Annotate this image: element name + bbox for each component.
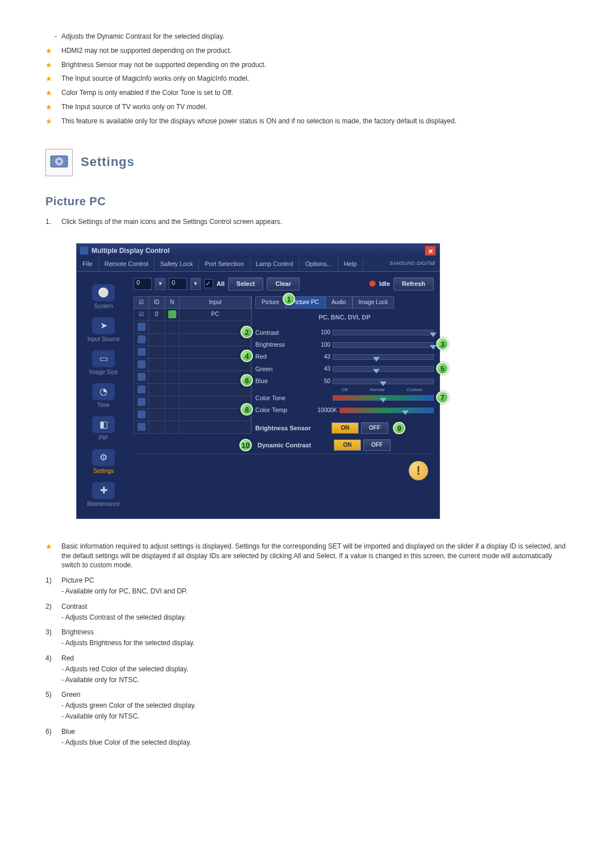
sidebar-item-maintenance[interactable]: ✚Maintenance [77,477,130,510]
menu-options[interactable]: Options... [300,258,338,271]
contrast-value: 100 [311,329,330,337]
tab-image-lock[interactable]: Image Lock [352,296,395,309]
toolbar: 0 ▼ 0 ▼ All Select Clear Idle Refresh [134,277,434,290]
color-temp-value: 10000K [311,406,337,414]
table-row[interactable] [134,359,252,371]
menu-lamp-control[interactable]: Lamp Control [250,258,300,271]
top-notes: Adjusts the Dynamic Contrast for the sel… [45,32,569,126]
table-row[interactable] [134,421,252,434]
callout-5: 5 [436,362,449,375]
sidebar-item-image-size[interactable]: ▭Image Size [77,346,130,379]
tab-audio[interactable]: Audio [325,296,352,309]
menu-file[interactable]: File [77,258,99,271]
brightness-sensor-off[interactable]: OFF [361,422,388,434]
select-button[interactable]: Select [228,277,263,290]
row-icon [138,423,146,431]
menu-help[interactable]: Help [338,258,363,271]
note-power-on: This feature is available only for the d… [45,117,569,126]
row-icon [138,323,146,331]
contrast-label: Contrast [255,329,309,337]
note-color-temp: Color Temp is only enabled if the Color … [45,88,569,98]
system-icon: ⚪ [92,284,115,301]
sidebar-item-settings[interactable]: ⚙Settings [77,445,130,477]
menu-remote-control[interactable]: Remote Control [99,258,155,271]
contrast-slider[interactable] [333,330,434,335]
id-from-dropdown[interactable]: ▼ [155,278,165,290]
menubar: File Remote Control Safety Lock Port Sel… [77,258,439,271]
tab-picture[interactable]: Picture [255,296,285,309]
table-row[interactable] [134,384,252,396]
row-checkbox[interactable] [134,309,149,321]
all-checkbox[interactable] [204,279,213,288]
table-row[interactable] [134,321,252,334]
dynamic-contrast-sub-note: Adjusts the Dynamic Contrast for the sel… [45,32,569,41]
info-icon[interactable]: ! [409,461,428,480]
dynamic-contrast-row: 10 Dynamic Contrast ON OFF [255,437,434,454]
color-tone-slider[interactable] [333,395,434,401]
id-to-dropdown[interactable]: ▼ [190,278,201,290]
app-body: ⚪System ➤Input Source ▭Image Size ◔Time … [77,272,439,518]
table-row[interactable] [134,409,252,421]
id-from-field[interactable]: 0 [134,278,152,290]
image-size-icon: ▭ [92,350,115,367]
brightness-slider[interactable] [333,342,434,348]
step-list: 1. Click Settings of the main icons and … [45,217,569,227]
th-id: ID [149,297,165,308]
blue-value: 50 [311,377,330,385]
menu-safety-lock[interactable]: Safety Lock [155,258,199,271]
table-row[interactable]: 0 PC [134,309,252,321]
dynamic-contrast-label: Dynamic Contrast [258,441,331,450]
red-row: 4 Red 43 [255,351,434,363]
all-label: All [217,280,225,288]
sidebar-item-system[interactable]: ⚪System [77,280,130,313]
table-header: ☑ ID N Input [134,296,252,309]
settings-section-icon [45,149,73,176]
blue-slider[interactable] [333,379,434,384]
app-window: Multiple Display Control ✕ File Remote C… [76,243,440,518]
maintenance-icon: ✚ [92,482,115,499]
table-row[interactable] [134,396,252,409]
brightness-label: Brightness [255,340,309,349]
green-label: Green [255,365,309,373]
input-source-icon: ➤ [92,317,115,334]
close-button[interactable]: ✕ [425,246,436,256]
app-icon [80,247,88,255]
table-row[interactable] [134,346,252,359]
panel-area: Picture Picture PC Audio Image Lock 1 PC… [255,296,434,454]
bottom-star-note: Basic information required to adjust set… [45,542,569,570]
color-temp-slider[interactable] [339,408,434,413]
dynamic-contrast-off[interactable]: OFF [363,439,391,451]
titlebar: Multiple Display Control ✕ [77,244,439,258]
red-slider[interactable] [333,354,434,360]
note-tv: The Input source of TV works only on TV … [45,102,569,112]
brightness-sensor-label: Brightness Sensor [255,424,329,433]
step-1-text: Click Settings of the main icons and the… [61,218,282,226]
brightness-value: 100 [311,341,330,349]
clear-button[interactable]: Clear [267,277,300,290]
id-to-field[interactable]: 0 [169,278,187,290]
th-input: Input [180,297,251,308]
menu-port-selection[interactable]: Port Selection [199,258,250,271]
row-icon [138,398,146,406]
dynamic-contrast-on[interactable]: ON [334,439,361,451]
row-icon [138,373,146,381]
sidebar-item-time[interactable]: ◔Time [77,379,130,412]
panel-note: PC, BNC, DVI, DP [255,311,434,326]
row-icon [138,385,146,393]
settings-icon: ⚙ [92,449,115,466]
row-icon [138,348,146,356]
section-header: Settings [45,149,569,176]
green-row: Green 43 5 [255,363,434,375]
table-row[interactable] [134,371,252,384]
green-slider[interactable] [333,366,434,372]
sidebar-item-pip[interactable]: ◧PIP [77,412,130,445]
color-temp-row: 8 Color Temp 10000K [255,404,434,416]
contrast-row: 2 Contrast 100 [255,327,434,339]
brightness-sensor-on[interactable]: ON [331,422,359,434]
callout-1: 1 [283,293,295,305]
refresh-button[interactable]: Refresh [393,277,434,290]
table-row[interactable] [134,334,252,346]
sidebar-item-input-source[interactable]: ➤Input Source [77,313,130,346]
note-hdmi2: HDMI2 may not be supported depending on … [45,46,569,56]
display-table: ☑ ID N Input 0 PC [134,296,252,454]
